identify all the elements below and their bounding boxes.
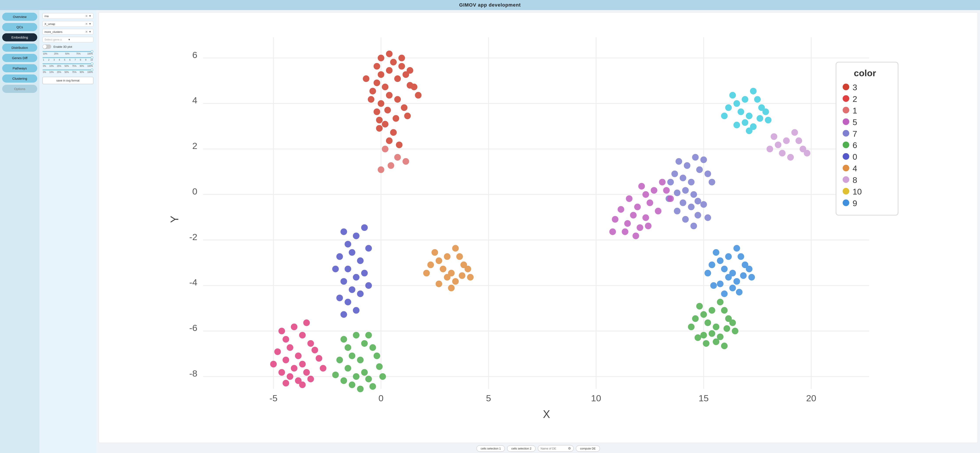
- svg-point-117: [349, 353, 355, 359]
- svg-point-199: [721, 266, 728, 272]
- slider-3-section: 0% 10% 25% 50% 75% 90% 100%: [43, 63, 93, 67]
- de-name-input[interactable]: [541, 447, 567, 450]
- save-svg-button[interactable]: save in svg format: [43, 77, 93, 84]
- slider-1[interactable]: [43, 51, 93, 52]
- sidebar-item-pathways[interactable]: Pathways: [2, 64, 37, 72]
- svg-point-87: [340, 311, 347, 318]
- slider-2[interactable]: [43, 57, 93, 58]
- svg-point-126: [376, 363, 383, 370]
- controls-panel: rna ✕ ▼ X_umap ✕ ▼ more_clusters ✕ ▼ Sel…: [40, 10, 96, 453]
- slider-2-section: 1 2 3 4 5 6 7 8 9 10: [43, 57, 93, 61]
- svg-point-203: [725, 274, 732, 281]
- svg-point-215: [700, 311, 707, 318]
- svg-point-154: [700, 156, 707, 163]
- plot-container[interactable]: 6 4 2 0 -2 -4 -6 -8 Y -5 0 5 10 15 20 X: [99, 12, 978, 443]
- slider-2-ticks: 1 2 3 4 5 6 7 8 9 10: [43, 59, 93, 61]
- slider-4[interactable]: [43, 70, 93, 70]
- svg-point-82: [357, 291, 364, 297]
- select-xumap[interactable]: X_umap ✕ ▼: [43, 21, 93, 27]
- svg-text:0: 0: [379, 393, 383, 403]
- sidebar-item-distribution[interactable]: Distribution: [2, 44, 37, 52]
- svg-text:2: 2: [192, 141, 197, 151]
- sidebar-item-overview[interactable]: Overview: [2, 13, 37, 21]
- svg-point-178: [667, 196, 674, 202]
- svg-text:-8: -8: [189, 368, 197, 378]
- svg-point-188: [612, 216, 618, 223]
- svg-point-62: [376, 125, 383, 132]
- svg-point-265: [843, 84, 849, 90]
- toggle-3d-switch[interactable]: [43, 45, 51, 49]
- svg-point-51: [386, 51, 393, 57]
- svg-point-97: [312, 347, 318, 353]
- svg-point-135: [456, 253, 463, 260]
- toggle-3d-label: Enable 3D plot: [53, 45, 72, 48]
- svg-point-90: [283, 336, 289, 343]
- slider-1-ticks: 10% 25% 50% 75% 100%: [43, 52, 93, 55]
- arrow-gene-icon[interactable]: ▼: [68, 38, 91, 41]
- cells-selection-1-button[interactable]: cells selection 1: [476, 445, 505, 452]
- svg-text:0: 0: [192, 186, 197, 197]
- arrow-rna-icon[interactable]: ▼: [89, 14, 91, 17]
- slider-3[interactable]: [43, 63, 93, 64]
- svg-point-86: [353, 307, 360, 314]
- de-input-icon[interactable]: ⚙: [568, 447, 571, 450]
- sidebar-item-clustering[interactable]: Clustering: [2, 75, 37, 83]
- select-gene[interactable]: Select gene.s ▼: [43, 37, 93, 42]
- svg-point-174: [659, 179, 665, 185]
- svg-point-108: [320, 365, 326, 372]
- svg-point-41: [369, 88, 376, 94]
- header-title: GIMOV app development: [459, 2, 521, 8]
- sidebar-item-embedding[interactable]: Embedding: [2, 33, 37, 41]
- svg-point-71: [340, 229, 347, 235]
- svg-point-94: [287, 344, 293, 351]
- svg-point-69: [361, 224, 368, 231]
- svg-text:color: color: [854, 68, 876, 78]
- svg-point-79: [361, 270, 368, 277]
- svg-point-256: [742, 119, 748, 126]
- svg-point-192: [609, 229, 616, 235]
- svg-text:-5: -5: [269, 393, 278, 403]
- select-clusters[interactable]: more_clusters ✕ ▼: [43, 29, 93, 35]
- select-rna[interactable]: rna ✕ ▼: [43, 13, 93, 19]
- svg-point-151: [676, 158, 682, 165]
- svg-point-88: [291, 324, 298, 330]
- svg-point-156: [688, 179, 695, 185]
- svg-point-153: [671, 170, 678, 177]
- sidebar-item-qcs[interactable]: QCs: [2, 23, 37, 31]
- svg-point-157: [667, 179, 674, 185]
- cells-selection-2-button[interactable]: cells selection 2: [507, 445, 536, 452]
- svg-point-189: [622, 229, 628, 235]
- svg-point-85: [345, 299, 351, 305]
- sidebar: Overview QCs Embedding Distribution Gene…: [0, 10, 40, 453]
- svg-point-202: [746, 266, 752, 272]
- svg-point-219: [705, 319, 711, 326]
- svg-point-159: [682, 187, 689, 194]
- svg-point-186: [624, 220, 631, 227]
- svg-point-254: [725, 104, 732, 111]
- svg-point-54: [363, 75, 369, 82]
- svg-point-132: [444, 253, 450, 260]
- svg-point-100: [291, 365, 298, 372]
- sidebar-item-genes-diff[interactable]: Genes Diff: [2, 54, 37, 62]
- svg-point-141: [465, 266, 471, 272]
- select-xumap-value: X_umap: [45, 22, 85, 25]
- svg-text:8: 8: [853, 175, 857, 184]
- compute-de-button[interactable]: compute DE: [576, 445, 600, 452]
- svg-text:-4: -4: [189, 277, 197, 288]
- svg-point-47: [382, 121, 388, 127]
- clear-xumap-icon[interactable]: ✕: [85, 22, 88, 25]
- svg-point-261: [765, 117, 772, 123]
- svg-point-223: [709, 330, 715, 337]
- svg-point-60: [386, 137, 393, 144]
- arrow-xumap-icon[interactable]: ▼: [89, 22, 91, 25]
- clear-clusters-icon[interactable]: ✕: [85, 30, 88, 33]
- svg-point-166: [688, 203, 695, 210]
- svg-point-112: [361, 340, 368, 347]
- svg-point-122: [361, 369, 368, 376]
- arrow-clusters-icon[interactable]: ▼: [89, 30, 91, 33]
- svg-point-242: [804, 150, 810, 156]
- clear-rna-icon[interactable]: ✕: [85, 14, 88, 18]
- svg-point-260: [721, 113, 728, 119]
- svg-point-36: [374, 79, 380, 86]
- svg-point-184: [643, 215, 649, 221]
